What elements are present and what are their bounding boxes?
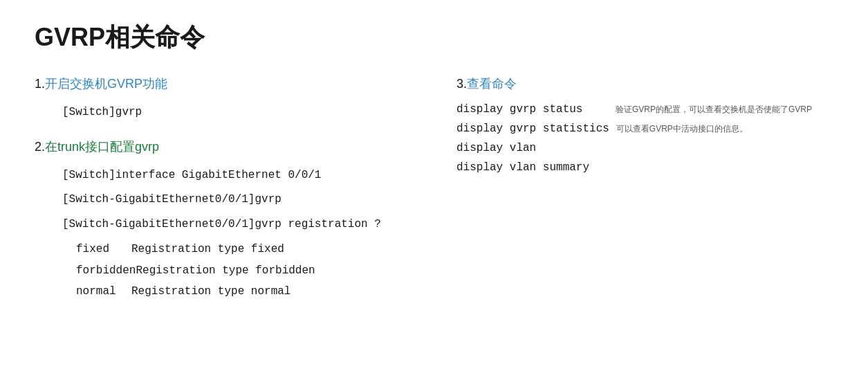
right-commands: display gvrp status 验证GVRP的配置，可以查看交换机是否使…: [456, 103, 833, 174]
left-section: 1.开启交换机GVRP功能 [Switch]gvrp 2.在trunk接口配置g…: [35, 75, 436, 303]
section2-code-0: [Switch]interface GigabitEthernet 0/0/1: [62, 166, 415, 185]
section2-link[interactable]: 在trunk接口配置gvrp: [45, 140, 159, 154]
reg-row-fixed: fixed Registration type fixed: [76, 239, 415, 260]
section2-codes: [Switch]interface GigabitEthernet 0/0/1 …: [35, 166, 415, 234]
section2-code-1: [Switch-GigabitEthernet0/0/1]gvrp: [62, 190, 415, 209]
cmd-desc-0: 验证GVRP的配置，可以查看交换机是否使能了GVRP: [616, 104, 812, 116]
section1-link[interactable]: 开启交换机GVRP功能: [45, 77, 167, 91]
section3-link[interactable]: 查看命令: [467, 77, 517, 91]
reg-row-normal: normal Registration type normal: [76, 282, 415, 302]
section3-heading: 3.查看命令: [456, 75, 833, 92]
cmd-row-2: display vlan: [456, 142, 833, 154]
main-layout: 1.开启交换机GVRP功能 [Switch]gvrp 2.在trunk接口配置g…: [35, 75, 833, 303]
section1-code: [Switch]gvrp: [62, 103, 415, 122]
reg-value-forbidden: Registration type forbidden: [136, 261, 315, 281]
cmd-desc-1: 可以查看GVRP中活动接口的信息。: [616, 123, 748, 135]
page-title: GVRP相关命令: [35, 21, 833, 55]
cmd-text-1: display gvrp statistics: [456, 123, 609, 135]
reg-value-normal: Registration type normal: [131, 282, 290, 302]
section2-number: 2.: [35, 140, 45, 154]
section3-number: 3.: [456, 77, 467, 91]
cmd-text-0: display gvrp status: [456, 103, 609, 116]
cmd-row-0: display gvrp status 验证GVRP的配置，可以查看交换机是否使…: [456, 103, 833, 116]
section1-number: 1.: [35, 77, 45, 91]
cmd-row-3: display vlan summary: [456, 161, 833, 174]
section1-heading: 1.开启交换机GVRP功能: [35, 75, 415, 92]
reg-key-forbidden: forbidden: [76, 261, 136, 281]
section2: 2.在trunk接口配置gvrp [Switch]interface Gigab…: [35, 138, 415, 302]
reg-value-fixed: Registration type fixed: [131, 239, 284, 260]
cmd-row-1: display gvrp statistics 可以查看GVRP中活动接口的信息…: [456, 123, 833, 135]
right-section: 3.查看命令 display gvrp status 验证GVRP的配置，可以查…: [436, 75, 833, 303]
reg-key-normal: normal: [76, 282, 131, 302]
registration-table: fixed Registration type fixed forbidden …: [76, 239, 415, 302]
section1: 1.开启交换机GVRP功能 [Switch]gvrp: [35, 75, 415, 122]
reg-row-forbidden: forbidden Registration type forbidden: [76, 261, 415, 281]
reg-key-fixed: fixed: [76, 239, 131, 260]
section2-code-2: [Switch-GigabitEthernet0/0/1]gvrp regist…: [62, 215, 415, 234]
section2-heading: 2.在trunk接口配置gvrp: [35, 138, 415, 155]
